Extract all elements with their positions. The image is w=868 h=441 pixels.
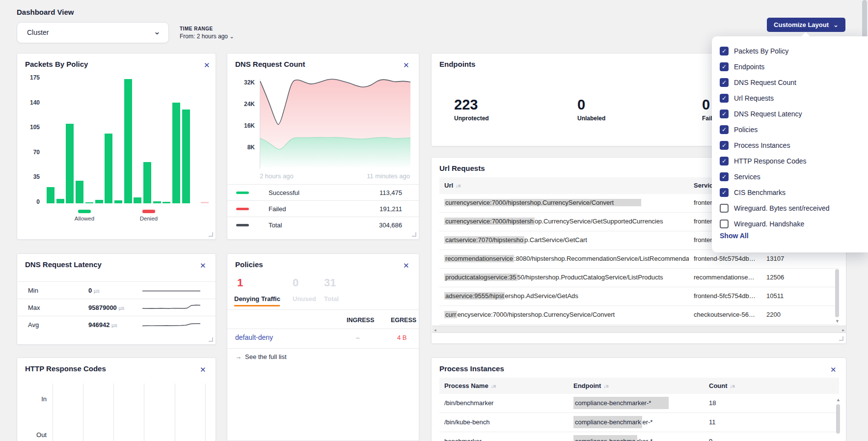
- scroll-right-icon[interactable]: ▸: [842, 328, 844, 332]
- column-header-count[interactable]: Count↓≡: [709, 382, 735, 389]
- resize-handle-icon[interactable]: [839, 336, 843, 341]
- url-rest: op.CurrencyService/GetSupportedCurrencie…: [535, 218, 663, 225]
- column-header-url[interactable]: Url↓≡: [444, 182, 461, 189]
- checkbox-icon[interactable]: ✓: [720, 62, 729, 71]
- menu-item-policies[interactable]: ✓Policies: [720, 122, 758, 138]
- see-full-list-link[interactable]: →See the full list: [235, 353, 287, 360]
- close-icon[interactable]: ✕: [403, 262, 409, 269]
- url-rest: ershop.AdService/GetAds: [505, 292, 578, 300]
- menu-item-http-response-codes[interactable]: ✓HTTP Response Codes: [720, 153, 807, 169]
- vertical-scrollbar[interactable]: [835, 269, 839, 317]
- resize-handle-icon[interactable]: [209, 337, 213, 342]
- bar-chart: [45, 73, 207, 203]
- legend-value: 191,211: [380, 205, 402, 213]
- table-row[interactable]: currencyservice:7000/hipstershop.Currenc…: [439, 306, 839, 325]
- table-row[interactable]: recommendationservice:8080/hipstershop.R…: [439, 250, 839, 269]
- checkbox-icon[interactable]: ✓: [720, 110, 729, 118]
- checkbox-icon[interactable]: ✓: [720, 157, 729, 165]
- customize-layout-button[interactable]: Customize Layout⌄: [767, 18, 845, 32]
- checkbox-icon[interactable]: [720, 220, 729, 228]
- close-icon[interactable]: ✕: [200, 262, 206, 269]
- menu-item-endpoints[interactable]: ✓Endpoints: [720, 59, 764, 75]
- count-cell: 13107: [766, 255, 784, 262]
- y-tick-label: 32K: [236, 79, 255, 86]
- menu-item-label: Wireguard. Handshake: [734, 220, 804, 228]
- resize-handle-icon[interactable]: [412, 232, 416, 237]
- stat-label: Unprotected: [454, 115, 489, 122]
- scroll-up-icon[interactable]: ▲: [836, 397, 841, 402]
- checkbox-icon[interactable]: ✓: [720, 141, 729, 150]
- bar-allowed: [172, 103, 180, 203]
- time-range-label: TIME RANGE: [180, 26, 234, 31]
- scroll-left-icon[interactable]: ◂: [434, 328, 436, 332]
- menu-item-wireguard-bytes-sent-received[interactable]: Wireguard. Bytes sent/received: [720, 200, 830, 216]
- latency-row-avg: Avg946942 µs: [17, 316, 216, 333]
- card-dns-request-latency: DNS Request Latency ✕ Min0 µsMax95879000…: [17, 253, 216, 345]
- customize-layout-menu: ✓Packets By Policy✓Endpoints✓DNS Request…: [712, 36, 868, 252]
- show-all-link[interactable]: Show All: [720, 232, 749, 240]
- checkbox-icon[interactable]: ✓: [720, 172, 729, 181]
- highlighted-text: recommendationservice: [444, 255, 514, 262]
- stat-denying-label[interactable]: Denying Traffic: [234, 295, 280, 303]
- policy-link[interactable]: default-deny: [235, 333, 273, 341]
- table-row[interactable]: /bin/kube-benchcompliance-benchmarker-*1…: [439, 413, 839, 432]
- menu-item-cis-benchmarks[interactable]: ✓CIS Benchmarks: [720, 185, 786, 200]
- category-label: Allowed: [65, 216, 104, 221]
- close-icon[interactable]: ✕: [204, 61, 210, 69]
- column-header-endpoint[interactable]: Endpoint↓≡: [573, 382, 609, 389]
- checkbox-icon[interactable]: ✓: [720, 125, 729, 134]
- menu-item-wireguard-handshake[interactable]: Wireguard. Handshake: [720, 216, 804, 232]
- bar-allowed: [105, 134, 112, 203]
- stat-unused-label[interactable]: Unused: [293, 295, 316, 303]
- horizontal-scrollbar[interactable]: ◂ ▸: [432, 326, 846, 333]
- category-swatch-allowed: [78, 210, 91, 213]
- menu-item-packets-by-policy[interactable]: ✓Packets By Policy: [720, 43, 788, 59]
- menu-item-label: Policies: [734, 126, 758, 134]
- url-cell: cartservice:7070/hipstershop.CartService…: [444, 236, 689, 244]
- menu-item-process-instances[interactable]: ✓Process Instances: [720, 138, 790, 153]
- y-tick-label: 70: [23, 149, 40, 156]
- y-tick-label: 24K: [236, 101, 255, 108]
- checkbox-icon[interactable]: ✓: [720, 78, 729, 87]
- bar-allowed: [85, 202, 93, 203]
- resize-handle-icon[interactable]: [209, 232, 213, 237]
- legend-value: 304,686: [379, 221, 402, 229]
- menu-item-services[interactable]: ✓Services: [720, 169, 760, 185]
- endpoint-cell: compliance-benchmarker-*: [573, 418, 652, 426]
- bar-allowed: [182, 110, 190, 203]
- checkbox-icon[interactable]: ✓: [720, 188, 729, 197]
- menu-item-label: HTTP Response Codes: [734, 157, 807, 165]
- table-row[interactable]: /bin/benchmarkercompliance-benchmarker-*…: [439, 394, 839, 413]
- table-row[interactable]: adservice:9555/hipstershop.AdService/Get…: [439, 287, 839, 306]
- bar-allowed: [56, 199, 64, 203]
- close-icon[interactable]: ✕: [200, 366, 206, 373]
- count-cell: 11: [709, 418, 716, 426]
- sort-icon: ↓≡: [730, 384, 735, 389]
- checkbox-icon[interactable]: ✓: [720, 47, 729, 55]
- table-row[interactable]: benchmarkercompliance-benchmarker-*9: [439, 432, 839, 441]
- time-range-from[interactable]: From: 2 hours ago ⌄: [180, 33, 234, 40]
- menu-item-label: Services: [734, 173, 760, 181]
- menu-item-dns-request-count[interactable]: ✓DNS Request Count: [720, 75, 796, 90]
- gridline: [113, 384, 114, 441]
- view-selector[interactable]: Cluster ⌄: [17, 22, 169, 43]
- menu-notch: [802, 32, 810, 41]
- y-tick-label: 35: [23, 173, 40, 180]
- menu-item-url-requests[interactable]: ✓Url Requests: [720, 90, 774, 106]
- stat-unprotected: 223 Unprotected: [454, 97, 489, 122]
- close-icon[interactable]: ✕: [403, 61, 409, 69]
- bar-allowed: [134, 197, 141, 203]
- table-row[interactable]: productcatalogservice:3550/hipstershop.P…: [439, 269, 839, 287]
- checkbox-icon[interactable]: ✓: [720, 94, 729, 103]
- scroll-down-icon[interactable]: ▼: [835, 319, 840, 324]
- column-header-process-name[interactable]: Process Name↓≡: [444, 382, 496, 389]
- latency-value: 0 µs: [88, 287, 100, 294]
- category-label: Denied: [129, 216, 168, 221]
- page-title: Dashboard View: [17, 8, 74, 16]
- stat-total-label[interactable]: Total: [324, 295, 339, 303]
- checkbox-icon[interactable]: [720, 204, 729, 213]
- x-axis-label-start: 2 hours ago: [260, 172, 294, 180]
- menu-item-dns-request-latency[interactable]: ✓DNS Request Latency: [720, 106, 802, 122]
- close-icon[interactable]: ✕: [830, 366, 837, 373]
- vertical-scrollbar[interactable]: [836, 404, 840, 434]
